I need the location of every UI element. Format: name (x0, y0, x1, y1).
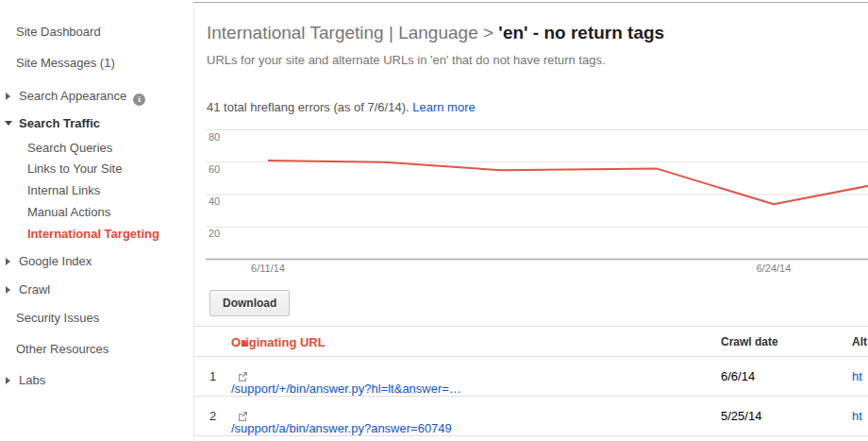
sidebar-item-search-appearance[interactable]: Search Appearancei (19, 89, 145, 106)
alternate-url-link[interactable]: ht (852, 369, 862, 383)
originating-url-text: /support/+/bin/answer.py?hl=lt&answer=… (231, 382, 461, 396)
external-link-icon[interactable] (238, 371, 248, 382)
learn-more-link[interactable]: Learn more (412, 100, 475, 114)
svg-text:40: 40 (209, 195, 220, 207)
originating-url-link[interactable]: /support/a/bin/answer.py?answer=60749 (231, 409, 248, 423)
sidebar-item-other-resources[interactable]: Other Resources (16, 342, 108, 356)
page-root: Site Dashboard Site Messages (1) Search … (0, 0, 868, 441)
chevron-right-icon[interactable] (6, 258, 10, 265)
sidebar-item-internal-links[interactable]: Internal Links (27, 183, 100, 197)
chevron-right-icon[interactable] (6, 286, 10, 294)
sidebar-item-search-traffic[interactable]: Search Traffic (19, 116, 100, 130)
sidebar-item-site-messages[interactable]: Site Messages (1) (16, 56, 115, 70)
table-header-row: Originating URL▲ Crawl date Alt (193, 326, 868, 357)
alternate-url-header[interactable]: Alt (852, 335, 867, 348)
main-content: International Targeting | Language > 'en… (193, 0, 868, 441)
svg-text:6/24/14: 6/24/14 (757, 263, 792, 274)
errors-summary-text: 41 total hreflang errors (as of 7/6/14). (207, 100, 409, 114)
alternate-url-link[interactable]: ht (852, 409, 862, 423)
page-title: International Targeting | Language > 'en… (207, 23, 664, 43)
download-button[interactable]: Download (209, 290, 290, 316)
sidebar-item-labs[interactable]: Labs (19, 373, 45, 387)
chevron-down-icon[interactable] (5, 121, 12, 126)
table-row: 2 /support/a/bin/answer.py?answer=60749 … (193, 397, 868, 436)
sidebar-item-security-issues[interactable]: Security Issues (16, 311, 99, 325)
sidebar-item-international-targeting[interactable]: International Targeting (27, 227, 159, 241)
crawl-date-cell: 5/25/14 (721, 409, 761, 423)
row-number: 1 (209, 369, 216, 383)
svg-text:80: 80 (209, 131, 220, 143)
errors-line-chart: 806040206/11/146/24/14 (206, 127, 868, 279)
page-title-breadcrumb: International Targeting | Language > (207, 23, 498, 42)
svg-text:6/11/14: 6/11/14 (251, 263, 285, 274)
sidebar-item-google-index[interactable]: Google Index (19, 254, 92, 268)
chevron-right-icon[interactable] (6, 377, 10, 384)
svg-text:60: 60 (209, 163, 220, 175)
originating-url-link[interactable]: /support/+/bin/answer.py?hl=lt&answer=… (231, 369, 248, 383)
sidebar-item-label: Search Appearance (19, 89, 126, 103)
page-subtitle: URLs for your site and alternate URLs in… (207, 53, 606, 67)
sidebar-item-manual-actions[interactable]: Manual Actions (27, 205, 110, 219)
errors-table: Originating URL▲ Crawl date Alt 1 /suppo… (193, 326, 868, 436)
originating-url-text: /support/a/bin/answer.py?answer=60749 (231, 421, 452, 435)
row-number: 2 (209, 409, 216, 423)
sidebar-item-links-to-your-site[interactable]: Links to Your Site (27, 161, 122, 176)
table-row: 1 /support/+/bin/answer.py?hl=lt&answer=… (193, 357, 868, 397)
sidebar-item-site-dashboard[interactable]: Site Dashboard (16, 25, 101, 39)
originating-url-header[interactable]: Originating URL▲ (231, 335, 251, 349)
crawl-date-cell: 6/6/14 (721, 369, 755, 383)
page-title-current: 'en' - no return tags (498, 23, 664, 42)
external-link-icon[interactable] (238, 411, 248, 421)
svg-text:20: 20 (209, 228, 220, 239)
sidebar-item-search-queries[interactable]: Search Queries (27, 141, 112, 155)
errors-line-chart-svg: 806040206/11/146/24/14 (206, 127, 868, 279)
chevron-right-icon[interactable] (6, 93, 10, 100)
info-icon[interactable]: i (133, 93, 145, 106)
errors-summary: 41 total hreflang errors (as of 7/6/14).… (207, 100, 476, 114)
sidebar: Site Dashboard Site Messages (1) Search … (0, 0, 193, 441)
originating-url-header-label: Originating URL (231, 335, 326, 349)
crawl-date-header[interactable]: Crawl date (721, 335, 778, 348)
sidebar-item-crawl[interactable]: Crawl (19, 282, 50, 297)
